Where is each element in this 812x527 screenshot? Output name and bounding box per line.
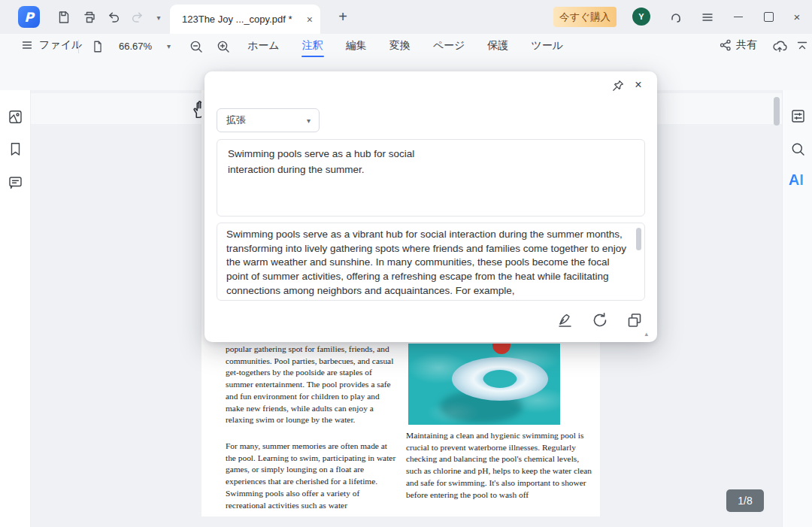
document-tab[interactable]: 123The Joy ..._copy.pdf * ×: [170, 5, 320, 34]
properties-panel-icon[interactable]: [789, 108, 806, 124]
tab-tools[interactable]: ツール: [530, 37, 564, 59]
red-ball: [492, 344, 511, 354]
ai-output-area[interactable]: Swimming pools serve as a vibrant hub fo…: [217, 223, 645, 301]
document-tab-title: 123The Joy ..._copy.pdf *: [182, 14, 302, 25]
window-close-button[interactable]: ×: [789, 9, 804, 24]
ribbon-tabs: ホーム 注釈 編集 変換 ページ 保護 ツール: [247, 37, 564, 59]
page-indicator-badge: 1/8: [726, 489, 764, 512]
pin-icon[interactable]: [609, 77, 626, 94]
zoom-level-value[interactable]: 66.67%: [119, 41, 152, 52]
tab-edit[interactable]: 編集: [345, 37, 368, 59]
app-logo-icon: P: [18, 6, 40, 28]
redo-icon[interactable]: [129, 9, 146, 26]
ai-mode-dropdown[interactable]: 拡張 ▾: [217, 108, 320, 132]
bookmark-panel-icon[interactable]: [8, 141, 23, 157]
input-collapse-icon[interactable]: ▴: [644, 330, 648, 338]
swim-ring: [452, 357, 548, 401]
ai-dialog: × 拡張 ▾ Swimming pools serve as a hub for…: [205, 71, 657, 342]
regenerate-icon[interactable]: [590, 310, 609, 329]
left-sidebar: [0, 90, 31, 527]
comment-panel-icon[interactable]: [8, 174, 23, 190]
buy-now-button[interactable]: 今すぐ購入: [553, 7, 617, 27]
page-layout-icon[interactable]: [90, 39, 105, 54]
file-menu[interactable]: ファイル: [21, 38, 82, 52]
ai-output-text: Swimming pools serve as a vibrant hub fo…: [226, 229, 626, 296]
share-icon: [719, 38, 732, 52]
new-tab-button[interactable]: +: [334, 8, 352, 26]
share-button[interactable]: 共有: [719, 38, 757, 52]
ai-dialog-actions: [556, 310, 644, 329]
vertical-scrollbar-thumb[interactable]: [774, 97, 780, 126]
account-avatar[interactable]: Y: [632, 8, 650, 26]
ai-assistant-icon[interactable]: AI: [789, 171, 804, 189]
pdf-paragraph: For many, summer memories are often made…: [226, 441, 399, 511]
collapse-toolbar-icon[interactable]: [795, 38, 810, 53]
tab-annotation[interactable]: 注釈: [301, 37, 324, 59]
copy-icon[interactable]: [625, 310, 644, 329]
thumbnail-panel-icon[interactable]: [8, 109, 23, 125]
print-icon[interactable]: [81, 9, 98, 26]
share-label: 共有: [736, 38, 757, 52]
output-scrollbar-thumb[interactable]: [636, 228, 641, 250]
tab-page[interactable]: ページ: [432, 37, 466, 59]
zoom-in-icon[interactable]: [215, 38, 232, 55]
ai-input-textarea[interactable]: Swimming pools serve as a hub for social…: [217, 139, 645, 217]
pdfelement-window: P ▾ 123The Joy ..._copy.pdf * × + 今すぐ購入 …: [0, 0, 812, 527]
tab-close-icon[interactable]: ×: [307, 14, 313, 26]
support-headset-icon[interactable]: [668, 9, 684, 26]
insert-pen-icon[interactable]: [556, 310, 574, 329]
window-maximize-button[interactable]: [761, 9, 776, 24]
title-bar: P ▾ 123The Joy ..._copy.pdf * × + 今すぐ購入 …: [0, 0, 812, 34]
tab-protect[interactable]: 保護: [486, 37, 509, 59]
search-icon[interactable]: [789, 141, 806, 157]
save-icon[interactable]: [56, 9, 72, 26]
window-minimize-button[interactable]: [731, 9, 746, 24]
file-menu-icon: [21, 39, 33, 51]
dialog-close-icon[interactable]: ×: [630, 77, 647, 93]
pdf-paragraph: popular gathering spot for families, fri…: [226, 344, 399, 426]
ai-mode-value: 拡張: [226, 114, 246, 127]
zoom-out-icon[interactable]: [188, 38, 205, 55]
file-menu-label: ファイル: [39, 38, 82, 52]
cloud-upload-icon[interactable]: [771, 38, 789, 56]
tab-convert[interactable]: 変換: [389, 37, 411, 59]
tab-home[interactable]: ホーム: [247, 37, 280, 59]
divider: [78, 40, 79, 53]
app-menu-icon[interactable]: [699, 9, 716, 26]
undo-icon[interactable]: [105, 9, 122, 26]
dropdown-caret-icon: ▾: [307, 117, 311, 125]
pdf-paragraph: Maintaining a clean and hygienic swimmin…: [406, 430, 595, 501]
pool-photo: [408, 344, 560, 425]
history-caret-icon[interactable]: ▾: [150, 9, 167, 26]
zoom-caret-icon[interactable]: ▾: [167, 42, 171, 50]
right-sidebar: AI: [782, 90, 812, 527]
